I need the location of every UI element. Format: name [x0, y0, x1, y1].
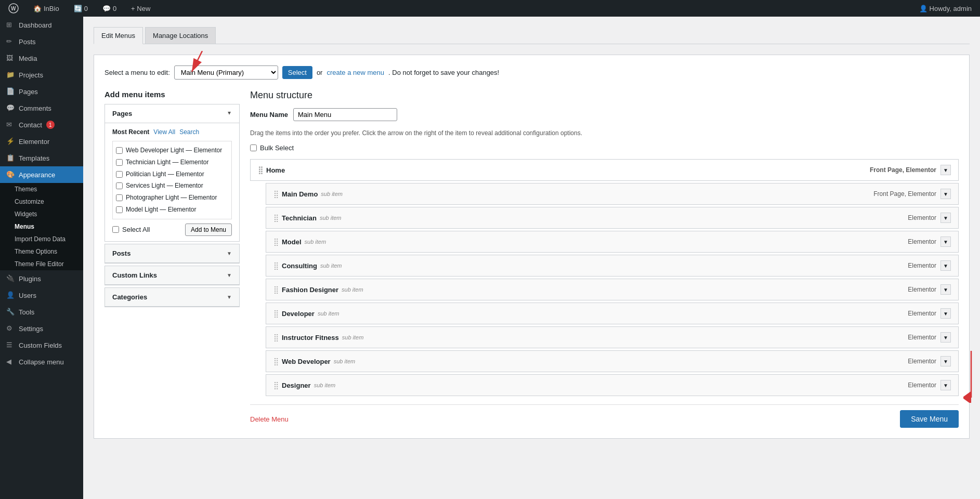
item-title: Consulting — [282, 262, 317, 270]
sidebar-item-elementor[interactable]: ⚡ Elementor — [0, 133, 83, 150]
adminbar-comments[interactable]: 💬 0 — [98, 0, 121, 17]
checkbox-photographer-light[interactable] — [116, 194, 123, 201]
sub-tab-view-all[interactable]: View All — [153, 128, 175, 136]
sidebar-item-label: Tools — [19, 308, 34, 316]
save-menu-button[interactable]: Save Menu — [900, 410, 959, 428]
checkbox-politician-light[interactable] — [116, 171, 123, 178]
sub-tab-most-recent[interactable]: Most Recent — [112, 128, 149, 136]
item-title: Designer — [282, 382, 311, 389]
submenu-theme-options[interactable]: Theme Options — [0, 245, 83, 258]
select-menu-dropdown[interactable]: Main Menu (Primary) Footer Menu Mobile M… — [174, 65, 278, 80]
drag-instruction: Drag the items into the order you prefer… — [250, 128, 959, 138]
sidebar-item-pages[interactable]: 📄 Pages — [0, 83, 83, 100]
adminbar-site-name[interactable]: 🏠 InBio — [29, 0, 63, 17]
sidebar-item-custom-fields[interactable]: ☰ Custom Fields — [0, 337, 83, 353]
sidebar-item-label: Settings — [19, 325, 43, 333]
menu-name-label: Menu Name — [250, 111, 288, 119]
checkbox-technician-light[interactable] — [116, 159, 123, 166]
sidebar-item-collapse[interactable]: ◀ Collapse menu — [0, 353, 83, 370]
submenu-theme-file-editor[interactable]: Theme File Editor — [0, 258, 83, 270]
menu-item-row[interactable]: ⣿ Fashion Designer sub item Elementor ▼ — [266, 279, 959, 300]
checkbox-label: Technician Light — Elementor — [126, 158, 208, 167]
select-all-label: Select All — [122, 226, 150, 233]
item-type: Elementor — [908, 310, 936, 317]
sidebar: ⊞ Dashboard ✏ Posts 🖼 Media 📁 Projects 📄… — [0, 17, 83, 499]
create-new-menu-link[interactable]: create a new menu — [326, 69, 384, 76]
adminbar-updates[interactable]: 🔄 0 — [70, 0, 92, 17]
item-dropdown-arrow[interactable]: ▼ — [940, 380, 951, 390]
item-type: Elementor — [908, 262, 936, 269]
accordion-posts-header[interactable]: Posts ▼ — [105, 244, 239, 263]
tab-edit-menus[interactable]: Edit Menus — [94, 27, 143, 44]
sidebar-item-dashboard[interactable]: ⊞ Dashboard — [0, 17, 83, 33]
sidebar-item-media[interactable]: 🖼 Media — [0, 50, 83, 67]
item-dropdown-arrow[interactable]: ▼ — [940, 284, 951, 295]
sidebar-item-contact[interactable]: ✉ Contact 1 — [0, 116, 83, 133]
item-tag: sub item — [320, 215, 342, 221]
accordion-custom-links-header[interactable]: Custom Links ▼ — [105, 266, 239, 285]
comments-icon: 💬 — [6, 104, 15, 112]
item-dropdown-arrow[interactable]: ▼ — [940, 165, 951, 175]
item-title: Web Developer — [282, 358, 331, 365]
submenu-widgets[interactable]: Widgets — [0, 208, 83, 220]
item-dropdown-arrow[interactable]: ▼ — [940, 260, 951, 271]
menu-item-row[interactable]: ⣿ Consulting sub item Elementor ▼ — [266, 255, 959, 277]
pages-icon: 📄 — [6, 87, 15, 96]
select-all-checkbox[interactable] — [112, 226, 119, 233]
item-dropdown-arrow[interactable]: ▼ — [940, 308, 951, 319]
menu-item-row[interactable]: ⣿ Designer sub item Elementor ▼ — [266, 374, 959, 396]
sub-tab-search[interactable]: Search — [179, 128, 199, 136]
adminbar-new[interactable]: + New — [127, 0, 154, 17]
accordion-pages-title: Pages — [112, 110, 132, 117]
sidebar-item-settings[interactable]: ⚙ Settings — [0, 320, 83, 337]
checkbox-web-developer-light[interactable] — [116, 147, 123, 154]
adminbar-wp-logo[interactable]: W — [4, 0, 23, 17]
menu-name-input[interactable] — [293, 108, 397, 121]
bulk-select-checkbox[interactable] — [250, 145, 257, 151]
item-dropdown-arrow[interactable]: ▼ — [940, 189, 951, 199]
delete-menu-link[interactable]: Delete Menu — [250, 415, 289, 423]
sidebar-item-comments[interactable]: 💬 Comments — [0, 100, 83, 116]
sidebar-item-templates[interactable]: 📋 Templates — [0, 150, 83, 166]
contact-icon: ✉ — [6, 121, 15, 129]
menu-item-row[interactable]: ⣿ Technician sub item Elementor ▼ — [266, 207, 959, 229]
sidebar-item-label: Comments — [19, 104, 51, 112]
submenu-themes[interactable]: Themes — [0, 183, 83, 195]
adminbar-howdy[interactable]: 👤 Howdy, admin — [915, 0, 976, 17]
sidebar-item-users[interactable]: 👤 Users — [0, 287, 83, 304]
menu-item-row[interactable]: ⣿ Developer sub item Elementor ▼ — [266, 303, 959, 324]
accordion-categories-header[interactable]: Categories ▼ — [105, 288, 239, 307]
menu-actions: Delete Menu Save Menu — [250, 404, 959, 428]
menu-item-row[interactable]: ⣿ Instructor Fitness sub item Elementor … — [266, 326, 959, 348]
item-title: Main Demo — [282, 190, 318, 198]
accordion-categories: Categories ▼ — [104, 287, 240, 307]
submenu-import-demo[interactable]: Import Demo Data — [0, 233, 83, 245]
select-menu-button[interactable]: Select — [282, 66, 312, 79]
accordion-pages-header[interactable]: Pages ▲ — [105, 104, 239, 123]
sidebar-item-tools[interactable]: 🔧 Tools — [0, 304, 83, 320]
menu-item-row[interactable]: ⣿ Web Developer sub item Elementor ▼ — [266, 350, 959, 372]
menu-item-row[interactable]: ⣿ Home Front Page, Elementor ▼ — [250, 159, 959, 181]
menu-item-row[interactable]: ⣿ Main Demo sub item Front Page, Element… — [266, 183, 959, 205]
checkbox-model-light[interactable] — [116, 206, 123, 213]
menu-item-row[interactable]: ⣿ Model sub item Elementor ▼ — [266, 231, 959, 253]
checkbox-services-light[interactable] — [116, 182, 123, 189]
add-to-menu-button[interactable]: Add to Menu — [185, 224, 232, 236]
select-menu-label: Select a menu to edit: — [104, 69, 170, 76]
sidebar-item-projects[interactable]: 📁 Projects — [0, 67, 83, 83]
sidebar-item-posts[interactable]: ✏ Posts — [0, 33, 83, 50]
item-dropdown-arrow[interactable]: ▼ — [940, 332, 951, 343]
list-item: Politician Light — Elementor — [116, 168, 228, 180]
sidebar-item-appearance[interactable]: 🎨 Appearance — [0, 166, 83, 183]
plugins-icon: 🔌 — [6, 274, 15, 283]
submenu-customize[interactable]: Customize — [0, 195, 83, 208]
item-dropdown-arrow[interactable]: ▼ — [940, 356, 951, 366]
item-dropdown-arrow[interactable]: ▼ — [940, 213, 951, 223]
sidebar-item-plugins[interactable]: 🔌 Plugins — [0, 270, 83, 287]
accordion-posts-arrow: ▼ — [227, 251, 232, 256]
item-type: Elementor — [908, 238, 936, 245]
item-dropdown-arrow[interactable]: ▼ — [940, 237, 951, 247]
submenu-menus[interactable]: Menus — [0, 220, 83, 233]
bulk-select-row: Bulk Select — [250, 144, 959, 152]
tab-manage-locations[interactable]: Manage Locations — [145, 27, 216, 44]
